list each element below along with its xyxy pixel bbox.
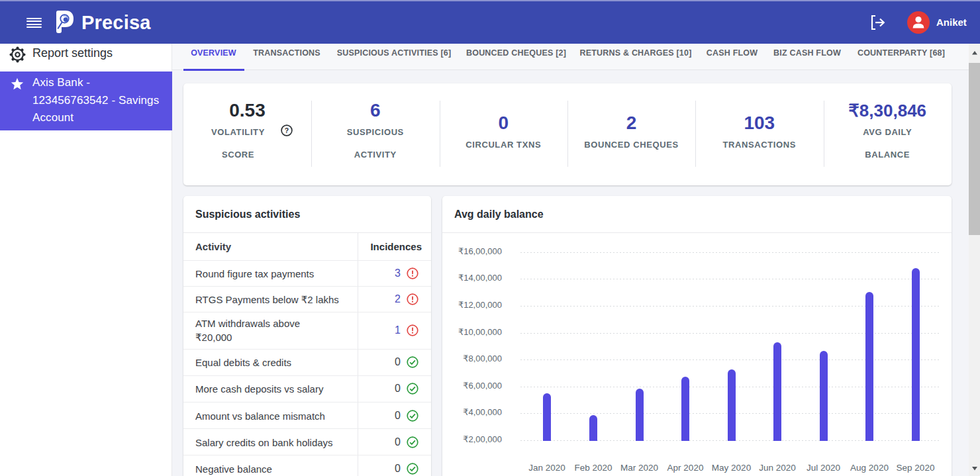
svg-text:?: ? — [285, 126, 289, 134]
